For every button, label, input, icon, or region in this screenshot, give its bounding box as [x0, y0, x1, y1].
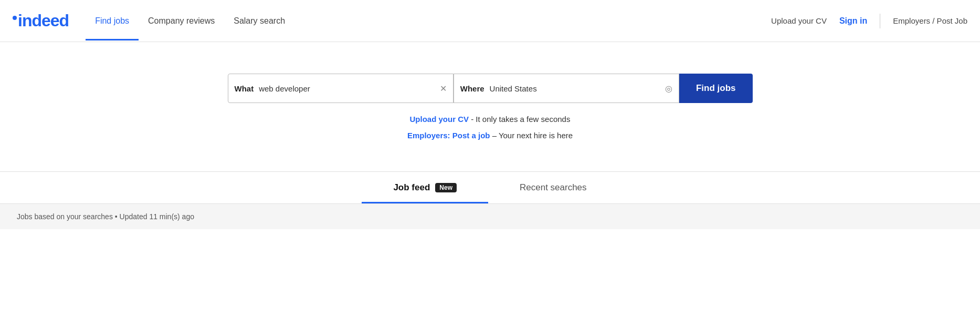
- search-bar: What ✕ Where ◎ Find jobs: [228, 74, 753, 103]
- hero-section: What ✕ Where ◎ Find jobs Upload your CV …: [0, 42, 980, 161]
- tab-job-feed-label: Job feed: [393, 182, 430, 193]
- what-input[interactable]: [259, 84, 435, 93]
- nav-right: Upload your CV Sign in Employers / Post …: [771, 14, 967, 28]
- feed-info: Jobs based on your searches • Updated 11…: [0, 204, 980, 229]
- sign-in-link[interactable]: Sign in: [839, 16, 867, 26]
- location-icon: ◎: [665, 84, 672, 94]
- nav-salary-search[interactable]: Salary search: [224, 2, 294, 40]
- tab-recent-searches-label: Recent searches: [520, 182, 587, 193]
- tab-recent-searches[interactable]: Recent searches: [488, 172, 618, 203]
- what-field: What ✕: [228, 74, 454, 103]
- upload-cv-text: - It only takes a few seconds: [471, 115, 570, 124]
- tabs-bar: Job feed New Recent searches: [0, 172, 980, 203]
- where-label: Where: [460, 84, 484, 93]
- find-jobs-button[interactable]: Find jobs: [679, 74, 753, 103]
- tab-job-feed[interactable]: Job feed New: [362, 172, 488, 203]
- hero-links: Upload your CV - It only takes a few sec…: [407, 115, 573, 140]
- where-field: Where ◎: [454, 74, 679, 103]
- nav-company-reviews[interactable]: Company reviews: [139, 2, 224, 40]
- nav-divider: [880, 14, 880, 28]
- nav-find-jobs[interactable]: Find jobs: [86, 2, 139, 40]
- what-label: What: [235, 84, 254, 93]
- tabs-section: Job feed New Recent searches: [0, 171, 980, 204]
- indeed-logo[interactable]: indeed: [13, 11, 69, 30]
- employers-post-job-link[interactable]: Employers / Post Job: [893, 16, 967, 25]
- upload-cv-nav-link[interactable]: Upload your CV: [771, 16, 827, 25]
- upload-cv-row: Upload your CV - It only takes a few sec…: [410, 115, 571, 124]
- employers-row: Employers: Post a job – Your next hire i…: [407, 131, 573, 140]
- nav-links: Find jobs Company reviews Salary search: [86, 2, 294, 40]
- employers-text: – Your next hire is here: [492, 131, 573, 140]
- navbar: indeed Find jobs Company reviews Salary …: [0, 0, 980, 42]
- logo-text: indeed: [18, 11, 69, 30]
- new-badge: New: [435, 183, 457, 192]
- where-input[interactable]: [490, 84, 660, 93]
- clear-what-icon[interactable]: ✕: [440, 84, 447, 94]
- feed-info-text: Jobs based on your searches • Updated 11…: [17, 212, 194, 221]
- employers-post-job-hero-link[interactable]: Employers: Post a job: [407, 131, 490, 140]
- upload-cv-hero-link[interactable]: Upload your CV: [410, 115, 469, 124]
